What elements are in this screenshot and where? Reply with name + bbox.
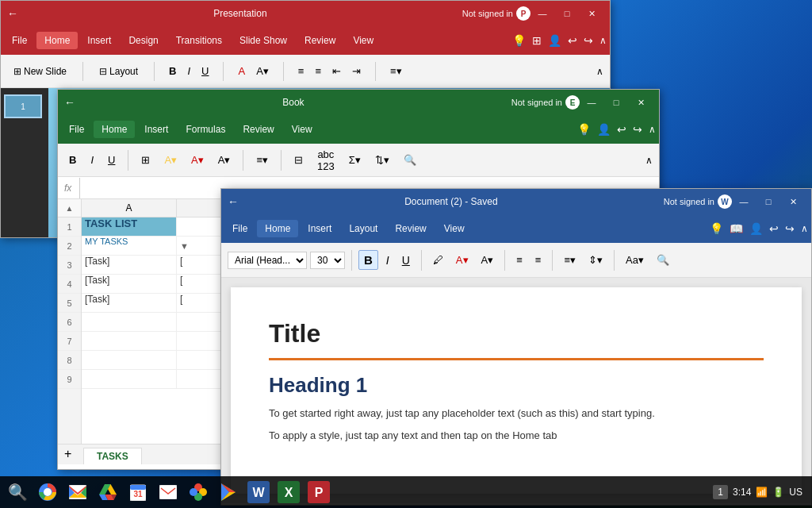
word-collapse-ribbon-icon[interactable]: ∧ [801, 223, 808, 234]
taskbar-drive-icon[interactable] [94, 478, 122, 506]
word-italic-btn[interactable]: I [381, 252, 394, 269]
font-size-btn[interactable]: A▾ [251, 63, 274, 79]
taskbar-calendar-icon[interactable]: 31 [124, 478, 152, 506]
align-btn[interactable]: ≡▾ [385, 63, 407, 79]
taskbar-playstore-icon[interactable] [214, 478, 243, 506]
excel-borders-btn[interactable]: ⊞ [136, 152, 155, 168]
ppt-user-avatar[interactable]: P [516, 6, 530, 21]
excel-menu-file[interactable]: File [61, 121, 92, 138]
slide-thumb-1[interactable]: 1 [4, 94, 42, 118]
ppt-menu-slideshow[interactable]: Slide Show [232, 32, 295, 49]
excel-merge-btn[interactable]: ⊟ [289, 152, 308, 168]
col-header-a[interactable]: A [82, 199, 177, 217]
word-redo-icon[interactable]: ↪ [785, 222, 795, 235]
cell-a1[interactable]: TASK LIST [82, 217, 177, 237]
excel-underline-btn[interactable]: U [103, 152, 120, 168]
word-align-btn[interactable]: ≡▾ [559, 252, 580, 268]
cell-a3[interactable]: [Task] [82, 256, 177, 275]
taskbar-search-btn[interactable]: 🔍 [3, 478, 32, 506]
ppt-account-icon[interactable]: 👤 [548, 34, 561, 47]
sheet-tab-tasks[interactable]: TASKS [83, 448, 142, 464]
excel-bold-btn[interactable]: B [64, 152, 81, 168]
excel-spellcheck-btn[interactable]: abc123 [312, 146, 339, 175]
taskbar-excel-icon[interactable]: X [274, 478, 303, 506]
font-size-selector[interactable]: 30 [310, 252, 345, 269]
excel-maximize-btn[interactable]: □ [604, 94, 628, 111]
word-font-size-grow-btn[interactable]: A▾ [477, 252, 499, 268]
ppt-menu-transitions[interactable]: Transitions [168, 32, 230, 49]
word-close-btn[interactable]: ✕ [781, 193, 805, 210]
word-underline-btn[interactable]: U [397, 252, 415, 269]
word-body-text-1[interactable]: To get started right away, just tap any … [269, 406, 764, 421]
ppt-menu-file[interactable]: File [4, 32, 35, 49]
excel-collapse-ribbon-icon[interactable]: ∧ [649, 124, 656, 135]
word-user-avatar[interactable]: W [718, 194, 732, 209]
cell-a9[interactable] [82, 370, 177, 389]
indent-dec-btn[interactable]: ⇤ [327, 63, 346, 79]
indent-inc-btn[interactable]: ⇥ [347, 63, 366, 79]
word-menu-layout[interactable]: Layout [341, 220, 385, 237]
ppt-menu-design[interactable]: Design [121, 32, 166, 49]
word-bullet-btn[interactable]: ≡ [511, 252, 527, 268]
word-read-icon[interactable]: 📖 [730, 222, 743, 235]
underline-btn[interactable]: U [197, 63, 213, 79]
ppt-share-icon[interactable]: ⊞ [532, 34, 542, 47]
word-style-btn[interactable]: Aa▾ [621, 252, 649, 268]
ppt-menu-view[interactable]: View [345, 32, 381, 49]
excel-user-avatar[interactable]: E [565, 95, 580, 110]
word-undo-icon[interactable]: ↩ [769, 222, 779, 235]
word-menu-view[interactable]: View [436, 220, 473, 237]
word-spacing-btn[interactable]: ⇕▾ [584, 252, 607, 268]
bullet-list-btn[interactable]: ≡ [293, 63, 309, 79]
taskbar-chrome-icon[interactable] [33, 478, 62, 506]
ppt-lightbulb-icon[interactable]: 💡 [512, 34, 526, 47]
num-list-btn[interactable]: ≡ [310, 63, 326, 79]
excel-italic-btn[interactable]: I [86, 152, 98, 168]
ppt-close-btn[interactable]: ✕ [580, 5, 603, 22]
excel-font-color-btn[interactable]: A▾ [186, 152, 209, 168]
cell-a8[interactable] [82, 351, 177, 370]
ppt-redo-icon[interactable]: ↪ [584, 34, 593, 47]
taskbar-gmail-icon[interactable] [63, 478, 92, 506]
excel-undo-icon[interactable]: ↩ [617, 123, 626, 136]
taskbar-ppt-icon[interactable]: P [304, 478, 333, 506]
word-font-color-btn[interactable]: A▾ [451, 252, 473, 268]
word-minimize-btn[interactable]: — [732, 193, 756, 210]
excel-redo-icon[interactable]: ↪ [633, 123, 642, 136]
cell-a5[interactable]: [Task] [82, 294, 177, 313]
layout-btn[interactable]: ⊟ Layout [93, 63, 144, 80]
word-bold-btn[interactable]: B [358, 250, 378, 270]
word-menu-home[interactable]: Home [257, 220, 298, 237]
word-lightbulb-icon[interactable]: 💡 [710, 222, 723, 235]
cell-a2[interactable]: MY TASKS [82, 237, 177, 256]
word-account-icon[interactable]: 👤 [749, 222, 763, 235]
cell-a7[interactable] [82, 332, 177, 351]
word-highlight-btn[interactable]: 🖊 [428, 252, 448, 268]
word-search-btn2[interactable]: 🔍 [652, 252, 674, 268]
excel-function-btn[interactable]: Σ▾ [344, 152, 366, 168]
word-maximize-btn[interactable]: □ [756, 193, 780, 210]
excel-search-btn[interactable]: 🔍 [399, 152, 421, 168]
excel-lightbulb-icon[interactable]: 💡 [577, 123, 591, 136]
add-sheet-btn[interactable]: + [64, 447, 71, 461]
ppt-collapse-ribbon-icon[interactable]: ∧ [599, 35, 607, 46]
word-body-text-2[interactable]: To apply a style, just tap any text and … [269, 428, 764, 444]
word-back-btn[interactable]: ← [228, 195, 239, 208]
excel-sort-btn[interactable]: ⇅▾ [370, 152, 394, 168]
new-slide-btn[interactable]: ⊞ New Slide [7, 63, 73, 80]
excel-menu-view[interactable]: View [284, 121, 320, 138]
bold-btn[interactable]: B [164, 63, 181, 79]
excel-menu-insert[interactable]: Insert [136, 121, 176, 138]
taskbar-word-icon[interactable]: W [244, 478, 273, 506]
excel-menu-formulas[interactable]: Formulas [178, 121, 233, 138]
cell-a4[interactable]: [Task] [82, 275, 177, 294]
excel-collapse-btn[interactable]: ∧ [645, 155, 653, 166]
ppt-menu-review[interactable]: Review [297, 32, 343, 49]
ppt-menu-insert[interactable]: Insert [79, 32, 119, 49]
excel-menu-home[interactable]: Home [94, 121, 135, 138]
ppt-menu-home[interactable]: Home [36, 32, 78, 49]
font-color-btn[interactable]: A [233, 63, 250, 79]
ppt-back-btn[interactable]: ← [7, 7, 18, 20]
word-menu-file[interactable]: File [224, 220, 255, 237]
word-num-list-btn[interactable]: ≡ [530, 252, 546, 268]
